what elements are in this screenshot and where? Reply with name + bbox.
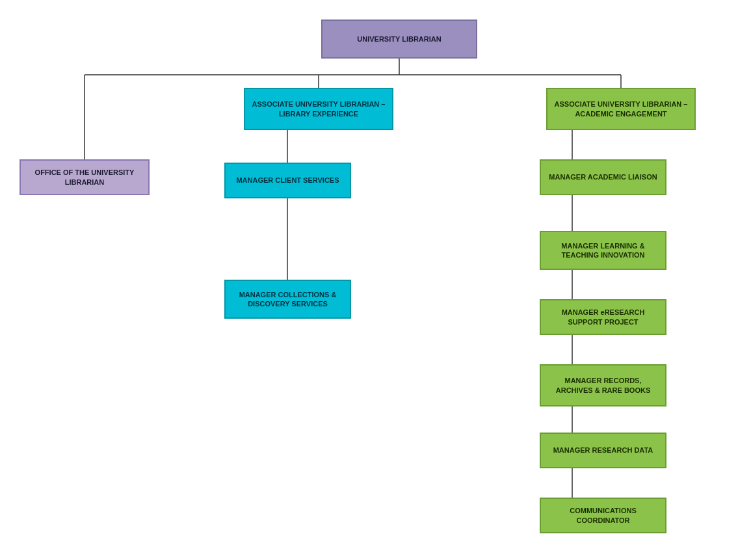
- manager-client-services-node: MANAGER CLIENT SERVICES: [224, 163, 351, 198]
- manager-eresearch-node: MANAGER eRESEARCH SUPPORT PROJECT: [540, 299, 666, 335]
- university-librarian-node: UNIVERSITY LIBRARIAN: [321, 20, 477, 59]
- assoc-lib-experience-node: ASSOCIATE UNIVERSITY LIBRARIAN – LIBRARY…: [244, 88, 393, 130]
- manager-learning-teaching-node: MANAGER LEARNING & TEACHING INNOVATION: [540, 231, 666, 270]
- communications-coordinator-node: COMMUNICATIONS COORDINATOR: [540, 498, 666, 533]
- manager-research-data-node: MANAGER RESEARCH DATA: [540, 433, 666, 468]
- org-chart: UNIVERSITY LIBRARIAN OFFICE OF THE UNIVE…: [0, 0, 751, 560]
- assoc-lib-engagement-node: ASSOCIATE UNIVERSITY LIBRARIAN – ACADEMI…: [546, 88, 696, 130]
- manager-collections-node: MANAGER COLLECTIONS & DISCOVERY SERVICES: [224, 280, 351, 319]
- manager-records-node: MANAGER RECORDS, ARCHIVES & RARE BOOKS: [540, 364, 666, 407]
- connectors: [0, 0, 751, 560]
- office-university-librarian-node: OFFICE OF THE UNIVERSITY LIBRARIAN: [20, 159, 150, 195]
- manager-academic-liaison-node: MANAGER ACADEMIC LIAISON: [540, 159, 666, 195]
